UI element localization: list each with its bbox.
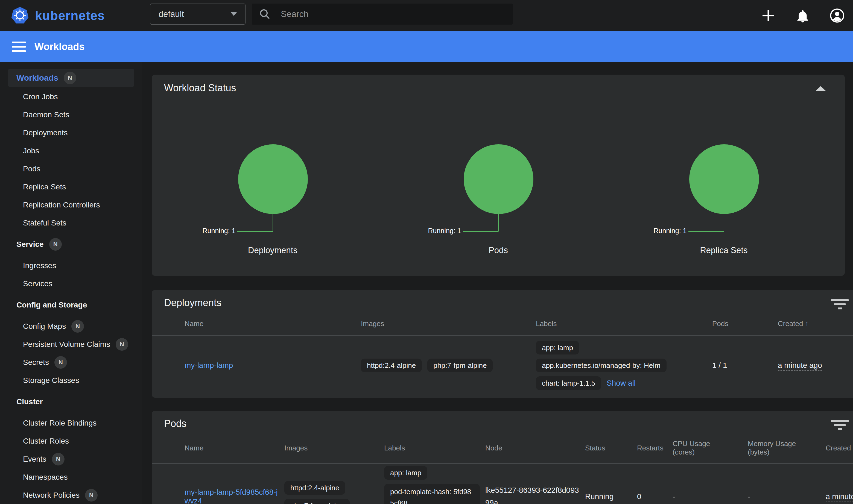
name-cell: my-lamp-lamp bbox=[184, 361, 361, 370]
sidebar-item-workloads[interactable]: WorkloadsN bbox=[8, 69, 134, 87]
namespace-selector[interactable]: default bbox=[150, 3, 246, 24]
sidebar-item-events[interactable]: EventsN bbox=[0, 450, 142, 468]
pods-column-created: Created ↑ bbox=[826, 444, 853, 452]
sidebar-item-cron-jobs[interactable]: Cron Jobs bbox=[0, 88, 142, 106]
sidebar-item-label: Config and Storage bbox=[16, 301, 87, 309]
chip: httpd:2.4-alpine bbox=[361, 359, 422, 372]
chart-replica-sets: Running: 1 Replica Sets bbox=[611, 96, 837, 271]
chip: chart: lamp-1.1.5 bbox=[536, 376, 601, 390]
pods-column-name: Name bbox=[184, 444, 284, 452]
chart-pods: Running: 1 Pods bbox=[386, 96, 611, 271]
account-menu-button[interactable] bbox=[829, 7, 846, 24]
search-bar[interactable] bbox=[252, 3, 513, 24]
sidebar-item-label: Config Maps bbox=[23, 322, 66, 331]
pie-callout-label: Running: 1 bbox=[202, 227, 236, 235]
deployments-column-name: Name bbox=[184, 320, 361, 328]
pods-card: Pods NameImagesLabelsNodeStatusRestartsC… bbox=[152, 411, 853, 504]
search-input[interactable] bbox=[281, 9, 494, 19]
sidebar-item-storage-classes[interactable]: Storage Classes bbox=[0, 372, 142, 390]
filter-list-icon[interactable] bbox=[831, 420, 849, 432]
notifications-button[interactable] bbox=[794, 7, 812, 24]
sidebar-item-persistent-volume-claims[interactable]: Persistent Volume ClaimsN bbox=[0, 335, 142, 354]
sidebar-item-stateful-sets[interactable]: Stateful Sets bbox=[0, 214, 142, 232]
search-icon bbox=[259, 8, 271, 20]
pod-status-cell: Running bbox=[585, 492, 637, 501]
sidebar-item-label: Cluster bbox=[16, 397, 43, 406]
deployments-title: Deployments bbox=[164, 297, 853, 309]
chip: app.kubernetes.io/managed-by: Helm bbox=[536, 359, 667, 372]
sidebar-item-services[interactable]: Services bbox=[0, 275, 142, 293]
images-cell: httpd:2.4-alpinephp:7-fpm-alpine bbox=[361, 359, 536, 372]
pie-pods-running bbox=[464, 144, 533, 214]
sidebar-item-ingresses[interactable]: Ingresses bbox=[0, 257, 142, 275]
created-value: a minute ago bbox=[826, 492, 853, 502]
chip: php:7-fpm-alpine bbox=[284, 499, 350, 504]
chip: app: lamp bbox=[536, 341, 579, 355]
menu-icon[interactable] bbox=[12, 39, 26, 55]
new-badge: N bbox=[64, 72, 76, 84]
created-value: a minute ago bbox=[778, 361, 822, 371]
new-badge: N bbox=[85, 489, 97, 502]
create-resource-button[interactable] bbox=[760, 7, 777, 24]
sidebar-item-label: Replica Sets bbox=[23, 183, 66, 191]
kubernetes-logo[interactable]: kubernetes bbox=[11, 6, 105, 24]
table-row: my-lamp-lamp-5fd985cf68-jwvz4 httpd:2.4-… bbox=[164, 464, 853, 504]
namespace-selected-value: default bbox=[159, 9, 231, 19]
restarts-cell: 0 bbox=[637, 492, 673, 501]
sidebar-item-label: Cluster Roles bbox=[23, 437, 69, 446]
sidebar-section-service: ServiceN bbox=[0, 235, 142, 253]
sidebar-item-label: Ingresses bbox=[23, 261, 56, 270]
new-badge: N bbox=[52, 453, 65, 466]
filter-list-icon[interactable] bbox=[831, 299, 849, 311]
pods-column-node: Node bbox=[485, 444, 585, 452]
deployments-column-created: Created ↑ bbox=[778, 320, 846, 328]
sidebar-item-label: Replication Controllers bbox=[23, 201, 100, 209]
deployments-column-images: Images bbox=[361, 320, 536, 328]
new-badge: N bbox=[49, 238, 62, 251]
sidebar-item-replica-sets[interactable]: Replica Sets bbox=[0, 178, 142, 196]
sidebar-item-cluster-role-bindings[interactable]: Cluster Role Bindings bbox=[0, 414, 142, 432]
sidebar-item-secrets[interactable]: SecretsN bbox=[0, 354, 142, 372]
sidebar-item-network-policies[interactable]: Network PoliciesN bbox=[0, 486, 142, 504]
deployments-table-header: NameImagesLabelsPodsCreated ↑ bbox=[164, 312, 853, 335]
logo-wordmark: kubernetes bbox=[35, 8, 105, 23]
pods-column-status: Status bbox=[585, 444, 637, 452]
sidebar-item-label: Cron Jobs bbox=[23, 92, 58, 101]
sidebar-item-label: Secrets bbox=[23, 358, 49, 367]
sidebar-item-daemon-sets[interactable]: Daemon Sets bbox=[0, 106, 142, 124]
sidebar-item-label: Stateful Sets bbox=[23, 219, 67, 228]
collapse-card-button[interactable] bbox=[815, 86, 826, 91]
sidebar-item-jobs[interactable]: Jobs bbox=[0, 142, 142, 160]
top-app-bar: kubernetes default bbox=[0, 0, 853, 31]
sidebar-item-replication-controllers[interactable]: Replication Controllers bbox=[0, 196, 142, 214]
sidebar-item-label: Persistent Volume Claims bbox=[23, 340, 110, 349]
sidebar-item-label: Pods bbox=[23, 164, 40, 173]
sidebar-item-config-maps[interactable]: Config MapsN bbox=[0, 317, 142, 335]
node-cell: lke55127-86393-622f8d09399a bbox=[485, 484, 585, 504]
workload-status-title: Workload Status bbox=[164, 82, 833, 94]
sidebar-item-label: Service bbox=[16, 240, 44, 249]
sidebar-item-label: Deployments bbox=[23, 128, 68, 137]
sidebar-item-pods[interactable]: Pods bbox=[0, 160, 142, 178]
deployments-column-pods: Pods bbox=[712, 320, 778, 328]
page-toolbar: Workloads bbox=[0, 31, 853, 62]
show-all-link[interactable]: Show all bbox=[607, 379, 636, 388]
sidebar-item-cluster-roles[interactable]: Cluster Roles bbox=[0, 432, 142, 450]
sidebar-item-label: Events bbox=[23, 455, 47, 464]
deployment-link[interactable]: my-lamp-lamp bbox=[184, 361, 233, 370]
new-badge: N bbox=[115, 338, 128, 351]
sidebar-item-deployments[interactable]: Deployments bbox=[0, 124, 142, 142]
pods-column-labels: Labels bbox=[384, 444, 485, 452]
sidebar-item-label: Services bbox=[23, 279, 52, 288]
pie-callout-label: Running: 1 bbox=[428, 227, 461, 235]
workload-status-card: Workload Status Running: 1 Deployments R… bbox=[152, 75, 845, 276]
created-cell: a minute ago bbox=[778, 361, 846, 370]
new-badge: N bbox=[54, 356, 67, 369]
page-title: Workloads bbox=[34, 41, 85, 53]
sidebar-item-namespaces[interactable]: Namespaces bbox=[0, 468, 142, 486]
sidebar-item-label: Daemon Sets bbox=[23, 110, 69, 119]
images-cell: httpd:2.4-alpinephp:7-fpm-alpine bbox=[284, 481, 384, 504]
sidebar-item-label: Jobs bbox=[23, 146, 39, 155]
labels-cell: app: lamppod-template-hash: 5fd985cf68 bbox=[384, 466, 485, 504]
pod-link[interactable]: my-lamp-lamp-5fd985cf68-jwvz4 bbox=[184, 488, 278, 504]
